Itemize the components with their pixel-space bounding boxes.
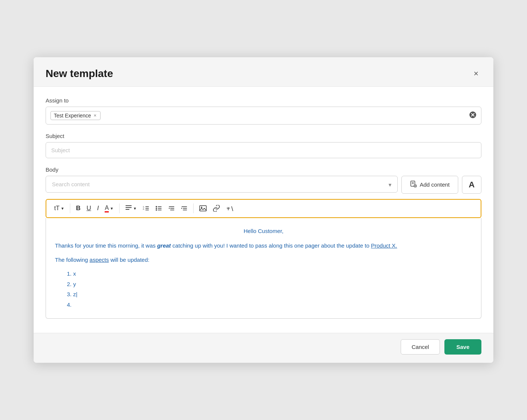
editor-para1-pre: Thanks for your time this morning, it wa…	[55, 242, 157, 249]
list-item-3: 3. z|	[67, 289, 472, 299]
editor-greeting: Hello Customer,	[55, 226, 472, 236]
list-item-4: 4.	[67, 300, 472, 310]
svg-line-34	[231, 206, 233, 211]
image-button[interactable]	[197, 203, 209, 214]
add-content-icon	[410, 181, 417, 189]
list-item-1: 1. x	[67, 269, 472, 279]
body-field: Body ▼	[46, 166, 481, 319]
new-template-dialog: New template × Assign to Test Experience…	[34, 57, 493, 363]
ordered-list-icon: 1. 2.	[143, 205, 150, 211]
clear-format-button[interactable]: T	[224, 203, 236, 214]
indent-icon	[181, 205, 188, 211]
outdent-button[interactable]	[166, 203, 178, 213]
subject-input[interactable]	[46, 142, 481, 158]
unordered-list-button[interactable]	[153, 203, 165, 213]
editor-para2-pre: The following	[55, 257, 90, 263]
text-style-icon: tT	[54, 205, 59, 212]
svg-rect-31	[200, 206, 206, 211]
clear-format-icon: T	[226, 205, 234, 212]
dialog-title: New template	[46, 68, 113, 80]
body-row: ▼ Add content A	[46, 176, 481, 194]
editor-area[interactable]: Hello Customer, Thanks for your time thi…	[46, 218, 481, 319]
subject-label: Subject	[46, 133, 481, 139]
align-icon	[125, 205, 132, 212]
dialog-body: Assign to Test Experience × Subject	[34, 87, 493, 333]
search-content-input[interactable]	[46, 176, 398, 193]
font-color-button[interactable]: A ▼	[102, 203, 116, 214]
outdent-icon	[168, 205, 175, 211]
svg-point-19	[155, 209, 157, 211]
assign-to-input[interactable]: Test Experience ×	[46, 107, 481, 125]
font-color-label: A	[105, 205, 109, 212]
editor-para1-bold-italic: great	[157, 242, 171, 249]
save-button[interactable]: Save	[444, 339, 481, 355]
search-content-wrap: ▼	[46, 176, 398, 194]
link-icon	[213, 205, 220, 212]
assign-tag-text: Test Experience	[54, 113, 91, 119]
editor-list: 1. x 2. y 3. z| 4.	[55, 269, 472, 309]
file-plus-icon	[410, 181, 417, 187]
editor-para1: Thanks for your time this morning, it wa…	[55, 241, 472, 251]
italic-button[interactable]: I	[95, 203, 102, 214]
svg-point-18	[155, 208, 157, 209]
clear-icon	[469, 111, 477, 119]
assign-clear-button[interactable]	[469, 111, 477, 120]
unordered-list-icon	[155, 205, 162, 211]
svg-point-32	[201, 207, 203, 208]
underline-button[interactable]: U	[84, 203, 93, 214]
editor-para1-post: catching up with you! I wanted to pass a…	[171, 242, 371, 249]
editor-para2-link[interactable]: aspects	[90, 257, 109, 263]
svg-text:2.: 2.	[143, 208, 145, 210]
link-button[interactable]	[210, 203, 223, 214]
list-item-2: 2. y	[67, 279, 472, 289]
indent-button[interactable]	[178, 203, 190, 213]
assign-tag-remove[interactable]: ×	[93, 113, 98, 118]
font-size-button[interactable]: A	[462, 176, 481, 194]
close-button[interactable]: ×	[471, 68, 481, 79]
dialog-footer: Cancel Save	[34, 333, 493, 363]
editor-toolbar: tT ▼ B U I A ▼	[46, 199, 481, 218]
ordered-list-button[interactable]: 1. 2.	[140, 203, 152, 213]
toolbar-divider-2	[119, 203, 120, 213]
editor-para2: The following aspects will be updated:	[55, 255, 472, 265]
cancel-button[interactable]: Cancel	[401, 339, 440, 355]
svg-text:T: T	[227, 206, 230, 211]
toolbar-divider-3	[193, 203, 194, 213]
subject-field: Subject	[46, 133, 481, 158]
assign-to-label: Assign to	[46, 97, 481, 104]
text-style-caret: ▼	[61, 206, 64, 211]
body-label: Body	[46, 166, 481, 173]
assign-to-field: Assign to Test Experience ×	[46, 97, 481, 125]
bold-button[interactable]: B	[73, 203, 83, 214]
toolbar-divider-1	[70, 203, 70, 213]
editor-para1-link[interactable]: Product X.	[371, 242, 397, 249]
text-style-button[interactable]: tT ▼	[52, 203, 67, 214]
svg-marker-26	[169, 208, 170, 209]
add-content-label: Add content	[420, 181, 450, 188]
svg-marker-30	[181, 208, 182, 209]
assign-tag: Test Experience ×	[50, 111, 101, 120]
image-icon	[199, 205, 207, 212]
editor-para2-post: will be updated:	[109, 257, 149, 263]
dialog-header: New template ×	[34, 57, 493, 87]
svg-point-17	[155, 206, 157, 208]
add-content-button[interactable]: Add content	[401, 176, 458, 194]
align-button[interactable]: ▼	[123, 203, 139, 214]
